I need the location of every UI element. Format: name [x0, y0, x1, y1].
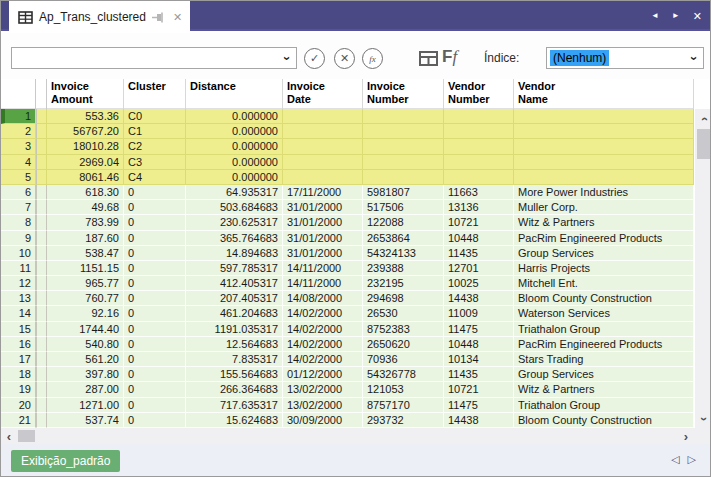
- cell-vendor_name[interactable]: Bloom County Construction: [514, 413, 694, 428]
- cell-distance[interactable]: 0.000000: [186, 109, 283, 124]
- cell-vendor_number[interactable]: 11435: [444, 246, 514, 261]
- cell-vendor_number[interactable]: 12701: [444, 261, 514, 276]
- cell-invoice_date[interactable]: 31/01/2000: [283, 215, 363, 230]
- row-number[interactable]: 15: [1, 322, 36, 337]
- grid-view-icon[interactable]: [419, 51, 438, 70]
- cell-invoice_number[interactable]: 8752383: [363, 322, 444, 337]
- cell-invoice_date[interactable]: 31/01/2000: [283, 246, 363, 261]
- cell-invoice_number[interactable]: 26530: [363, 306, 444, 321]
- row-number[interactable]: 7: [1, 200, 36, 215]
- cell-vendor_number[interactable]: 11475: [444, 322, 514, 337]
- table-row[interactable]: 1492.160461.20468314/02/20002653011009Wa…: [1, 306, 694, 321]
- cell-distance[interactable]: 64.935317: [186, 185, 283, 200]
- cell-invoice_number[interactable]: 517506: [363, 200, 444, 215]
- cell-vendor_name[interactable]: Triathalon Group: [514, 398, 694, 413]
- cell-invoice_amount[interactable]: 56767.20: [47, 124, 124, 139]
- cell-cluster[interactable]: 0: [124, 185, 186, 200]
- cell-vendor_name[interactable]: Waterson Services: [514, 306, 694, 321]
- cell-vendor_number[interactable]: 10448: [444, 337, 514, 352]
- row-number[interactable]: 1: [1, 109, 36, 124]
- cell-vendor_name[interactable]: [514, 170, 694, 185]
- cell-vendor_name[interactable]: [514, 139, 694, 154]
- chevron-down-icon[interactable]: ›: [685, 49, 703, 67]
- cell-distance[interactable]: 15.624683: [186, 413, 283, 428]
- cell-invoice_date[interactable]: 13/02/2000: [283, 382, 363, 397]
- cell-vendor_number[interactable]: 14438: [444, 413, 514, 428]
- column-header-distance[interactable]: Distance: [186, 79, 283, 109]
- row-number[interactable]: 16: [1, 337, 36, 352]
- cell-vendor_number[interactable]: 14438: [444, 291, 514, 306]
- cell-cluster[interactable]: 0: [124, 322, 186, 337]
- cell-invoice_amount[interactable]: 561.20: [47, 352, 124, 367]
- pin-icon[interactable]: [152, 12, 165, 23]
- tab-ap-trans-clustered[interactable]: Ap_Trans_clustered ✕: [9, 1, 190, 33]
- cell-vendor_number[interactable]: 10025: [444, 276, 514, 291]
- table-row[interactable]: 151744.4001191.03531714/02/2000875238311…: [1, 322, 694, 337]
- row-number[interactable]: 4: [1, 155, 36, 170]
- cell-distance[interactable]: 717.635317: [186, 398, 283, 413]
- cell-distance[interactable]: 12.564683: [186, 337, 283, 352]
- close-window-icon[interactable]: ✕: [693, 11, 702, 22]
- column-header-vendor_number[interactable]: VendorNumber: [444, 79, 514, 109]
- cell-vendor_number[interactable]: 10448: [444, 231, 514, 246]
- table-row[interactable]: 9187.600365.76468331/01/2000265386410448…: [1, 231, 694, 246]
- next-tab-icon[interactable]: ►: [672, 12, 680, 20]
- index-select[interactable]: (Nenhum) ›: [546, 47, 704, 69]
- table-row[interactable]: 10538.47014.89468331/01/2000543241331143…: [1, 246, 694, 261]
- cell-invoice_amount[interactable]: 2969.04: [47, 155, 124, 170]
- cell-cluster[interactable]: 0: [124, 413, 186, 428]
- scroll-right-icon[interactable]: ›: [679, 428, 693, 444]
- cell-invoice_number[interactable]: [363, 124, 444, 139]
- row-number[interactable]: 9: [1, 231, 36, 246]
- table-row[interactable]: 17561.2007.83531714/02/20007093610134Sta…: [1, 352, 694, 367]
- cell-invoice_number[interactable]: [363, 109, 444, 124]
- cell-cluster[interactable]: 0: [124, 215, 186, 230]
- column-header-invoice_amount[interactable]: InvoiceAmount: [47, 79, 124, 109]
- cell-distance[interactable]: 1191.035317: [186, 322, 283, 337]
- cell-cluster[interactable]: 0: [124, 337, 186, 352]
- cell-distance[interactable]: 155.564683: [186, 367, 283, 382]
- cell-vendor_name[interactable]: Witz & Partners: [514, 382, 694, 397]
- row-number[interactable]: 5: [1, 170, 36, 185]
- table-row[interactable]: 111151.150597.78531714/11/20002393881270…: [1, 261, 694, 276]
- cell-invoice_amount[interactable]: 397.80: [47, 367, 124, 382]
- cell-distance[interactable]: 14.894683: [186, 246, 283, 261]
- cell-invoice_amount[interactable]: 1151.15: [47, 261, 124, 276]
- cell-cluster[interactable]: 0: [124, 276, 186, 291]
- cell-vendor_number[interactable]: [444, 124, 514, 139]
- row-number[interactable]: 11: [1, 261, 36, 276]
- cell-distance[interactable]: 503.684683: [186, 200, 283, 215]
- font-button[interactable]: Ff: [442, 47, 457, 67]
- cell-invoice_number[interactable]: 54326778: [363, 367, 444, 382]
- row-number[interactable]: 19: [1, 382, 36, 397]
- cell-cluster[interactable]: C0: [124, 109, 186, 124]
- cell-invoice_date[interactable]: 17/11/2000: [283, 185, 363, 200]
- cell-invoice_date[interactable]: [283, 155, 363, 170]
- cell-vendor_number[interactable]: 11475: [444, 398, 514, 413]
- cell-vendor_number[interactable]: [444, 109, 514, 124]
- cell-distance[interactable]: 7.835317: [186, 352, 283, 367]
- table-row[interactable]: 256767.20C10.000000: [1, 124, 694, 139]
- cell-distance[interactable]: 0.000000: [186, 139, 283, 154]
- cell-vendor_name[interactable]: Muller Corp.: [514, 200, 694, 215]
- table-row[interactable]: 42969.04C30.000000: [1, 155, 694, 170]
- cell-invoice_date[interactable]: 14/02/2000: [283, 322, 363, 337]
- cell-invoice_amount[interactable]: 783.99: [47, 215, 124, 230]
- cell-vendor_number[interactable]: 11009: [444, 306, 514, 321]
- cell-invoice_date[interactable]: 31/01/2000: [283, 200, 363, 215]
- cell-vendor_number[interactable]: 10721: [444, 215, 514, 230]
- row-number[interactable]: 12: [1, 276, 36, 291]
- table-row[interactable]: 749.680503.68468331/01/200051750613136Mu…: [1, 200, 694, 215]
- cell-cluster[interactable]: 0: [124, 291, 186, 306]
- cell-distance[interactable]: 461.204683: [186, 306, 283, 321]
- row-number[interactable]: 2: [1, 124, 36, 139]
- row-number[interactable]: 3: [1, 139, 36, 154]
- cell-vendor_name[interactable]: Stars Trading: [514, 352, 694, 367]
- cell-invoice_amount[interactable]: 553.36: [47, 109, 124, 124]
- column-header-vendor_name[interactable]: VendorName: [514, 79, 694, 109]
- next-view-icon[interactable]: ▷: [688, 453, 696, 466]
- cell-distance[interactable]: 207.405317: [186, 291, 283, 306]
- cell-cluster[interactable]: 0: [124, 367, 186, 382]
- cell-vendor_name[interactable]: PacRim Engineered Products: [514, 231, 694, 246]
- table-row[interactable]: 13760.770207.40531714/08/200029469814438…: [1, 291, 694, 306]
